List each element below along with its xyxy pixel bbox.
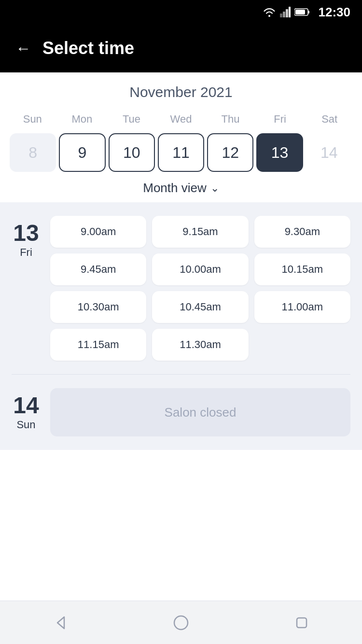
weekday-tue: Tue (107, 110, 156, 128)
slot-1015am[interactable]: 10.15am (254, 253, 350, 285)
day-14-block: 14 Sun Salon closed (12, 388, 350, 436)
bottom-nav (0, 601, 362, 644)
date-13[interactable]: 13 (256, 133, 303, 172)
day-13-label: 13 Fri (12, 216, 41, 259)
weekday-sun: Sun (8, 110, 57, 128)
svg-rect-2 (286, 9, 288, 17)
slot-930am[interactable]: 9.30am (254, 216, 350, 248)
weekday-fri: Fri (255, 110, 305, 128)
wifi-icon (263, 7, 276, 17)
nav-back-button[interactable] (51, 613, 70, 632)
timeslots-section: 13 Fri 9.00am 9.15am 9.30am 9.45am 10.00… (0, 202, 362, 450)
slot-1100am[interactable]: 11.00am (254, 291, 350, 323)
day-13-block: 13 Fri 9.00am 9.15am 9.30am 9.45am 10.00… (12, 216, 350, 361)
slot-1000am[interactable]: 10.00am (152, 253, 248, 285)
battery-icon (294, 8, 310, 16)
weekday-mon: Mon (57, 110, 107, 128)
svg-rect-0 (280, 14, 282, 17)
date-14[interactable]: 14 (306, 133, 352, 172)
nav-recents-button[interactable] (292, 613, 311, 632)
slot-1030am[interactable]: 10.30am (50, 291, 146, 323)
slot-1115am[interactable]: 11.15am (50, 329, 146, 361)
weekday-thu: Thu (206, 110, 255, 128)
slots-grid-13: 9.00am 9.15am 9.30am 9.45am 10.00am 10.1… (50, 216, 350, 361)
status-bar: 12:30 (0, 0, 362, 24)
nav-home-button[interactable] (171, 613, 191, 632)
status-icons (263, 7, 310, 17)
month-view-toggle[interactable]: Month view ⌄ (8, 172, 354, 202)
day-14-number: 14 (13, 393, 39, 419)
svg-rect-9 (297, 618, 306, 628)
svg-marker-7 (57, 617, 64, 629)
salon-closed-banner: Salon closed (50, 388, 350, 436)
day-14-name: Sun (16, 419, 35, 431)
svg-rect-6 (295, 10, 305, 14)
svg-rect-3 (289, 7, 291, 17)
signal-icon (280, 7, 291, 17)
slot-945am[interactable]: 9.45am (50, 253, 146, 285)
page-title: Select time (42, 38, 134, 58)
slot-900am[interactable]: 9.00am (50, 216, 146, 248)
day-14-label: 14 Sun (12, 388, 41, 431)
chevron-down-icon: ⌄ (210, 182, 219, 195)
weekday-wed: Wed (156, 110, 206, 128)
month-label: November 2021 (8, 84, 354, 100)
svg-point-8 (174, 616, 188, 630)
date-11[interactable]: 11 (158, 133, 204, 172)
svg-rect-5 (308, 11, 309, 14)
slot-1045am[interactable]: 10.45am (152, 291, 248, 323)
day-13-name: Fri (20, 246, 32, 259)
back-arrow-icon: ← (15, 40, 31, 57)
month-view-label: Month view (143, 181, 207, 196)
back-button[interactable]: ← (15, 41, 31, 56)
salon-closed-label: Salon closed (165, 405, 237, 420)
weekday-row: Sun Mon Tue Wed Thu Fri Sat (8, 110, 354, 128)
calendar-section: November 2021 Sun Mon Tue Wed Thu Fri Sa… (0, 72, 362, 202)
status-time: 12:30 (319, 5, 351, 20)
date-12[interactable]: 12 (207, 133, 253, 172)
slot-1130am[interactable]: 11.30am (152, 329, 248, 361)
date-8[interactable]: 8 (10, 133, 56, 172)
day-divider (12, 374, 350, 375)
header: ← Select time (0, 24, 362, 72)
date-row: 8 9 10 11 12 13 14 (8, 133, 354, 172)
date-9[interactable]: 9 (59, 133, 105, 172)
day-13-number: 13 (13, 221, 39, 246)
svg-rect-1 (283, 12, 285, 17)
slot-915am[interactable]: 9.15am (152, 216, 248, 248)
date-10[interactable]: 10 (109, 133, 155, 172)
weekday-sat: Sat (305, 110, 354, 128)
